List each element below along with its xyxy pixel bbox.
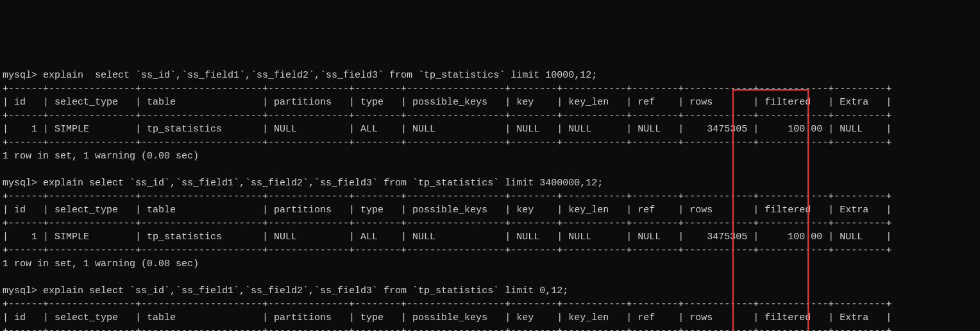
- sql-command: explain select `ss_id`,`ss_field1`,`ss_f…: [37, 285, 568, 296]
- table-separator: +------+---------------+----------------…: [3, 191, 891, 202]
- mysql-prompt: mysql>: [3, 70, 37, 81]
- table-header-row: | id | select_type | table | partitions …: [3, 312, 891, 323]
- table-separator: +------+---------------+----------------…: [3, 245, 891, 256]
- mysql-prompt: mysql>: [3, 285, 37, 296]
- table-separator: +------+---------------+----------------…: [3, 110, 891, 121]
- command-line: mysql> explain select `ss_id`,`ss_field1…: [3, 69, 980, 82]
- table-row: | 1 | SIMPLE | tp_statistics | NULL | AL…: [3, 232, 891, 242]
- terminal-output[interactable]: mysql> explain select `ss_id`,`ss_field1…: [0, 67, 980, 331]
- table-header-row: | id | select_type | table | partitions …: [3, 97, 891, 108]
- table-separator: +------+---------------+----------------…: [3, 218, 891, 229]
- table-separator: +------+---------------+----------------…: [3, 137, 891, 148]
- sql-command: explain select `ss_id`,`ss_field1`,`ss_f…: [37, 70, 597, 81]
- table-separator: +------+---------------+----------------…: [3, 326, 891, 331]
- sql-command: explain select `ss_id`,`ss_field1`,`ss_f…: [37, 178, 603, 189]
- status-line: 1 row in set, 1 warning (0.00 sec): [3, 151, 199, 162]
- status-line: 1 row in set, 1 warning (0.00 sec): [3, 259, 199, 269]
- table-separator: +------+---------------+----------------…: [3, 83, 891, 94]
- table-header-row: | id | select_type | table | partitions …: [3, 205, 891, 216]
- mysql-prompt: mysql>: [3, 178, 37, 189]
- command-line: mysql> explain select `ss_id`,`ss_field1…: [3, 176, 980, 190]
- table-row: | 1 | SIMPLE | tp_statistics | NULL | AL…: [3, 124, 891, 135]
- command-line: mysql> explain select `ss_id`,`ss_field1…: [3, 284, 980, 298]
- table-separator: +------+---------------+----------------…: [3, 299, 891, 310]
